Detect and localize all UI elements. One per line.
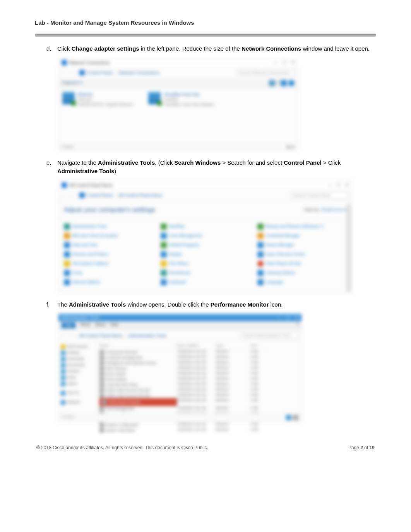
default-programs-item[interactable]: Default Programs [161, 241, 250, 249]
music-nav[interactable]: Music [61, 375, 94, 381]
organize-menu[interactable]: Organize ▾ [62, 80, 82, 86]
display-icon [161, 251, 167, 257]
breadcrumb-item[interactable]: Control Panel [87, 70, 113, 75]
autoplay-item[interactable]: AutoPlay [161, 223, 250, 230]
file-item[interactable]: iSCSI Initiator [99, 377, 177, 382]
help-icon[interactable] [288, 80, 295, 86]
breadcrumb-item[interactable]: Administrative Tools [128, 333, 166, 338]
window-title: Network Connections [69, 60, 110, 65]
minimize-icon[interactable]: — [328, 182, 332, 188]
device-manager-item[interactable]: Device Manager [257, 241, 346, 249]
pictures-nav[interactable]: Pictures [61, 368, 94, 375]
col-date[interactable]: Date modified [177, 344, 216, 350]
file-item[interactable]: Defragment and Optimize Drives [99, 360, 177, 366]
back-icon[interactable]: ← [62, 333, 66, 338]
virtualbox-adapter[interactable]: VirtualBox Host-Only Enabled VirtualBox … [148, 92, 214, 107]
chevron-down-icon[interactable]: ▾ [277, 80, 279, 86]
documents-nav[interactable]: Documents [61, 362, 94, 368]
close-icon[interactable]: ✕ [345, 182, 349, 188]
maximize-icon[interactable]: ☐ [337, 182, 341, 188]
forward-icon[interactable]: → [68, 193, 72, 198]
search-input[interactable]: Search Network Connections [236, 70, 295, 76]
share-tab[interactable]: Share [95, 322, 106, 328]
indexing-item[interactable]: Indexing Options [257, 269, 346, 277]
large-icons-view-icon[interactable] [293, 415, 298, 420]
this-pc-nav[interactable]: This PC [61, 390, 94, 396]
up-icon[interactable]: ↑ [75, 70, 77, 75]
keyboard-item[interactable]: Keyboard [161, 278, 250, 286]
file-item[interactable]: ODBC Data Sources (64-bit) [99, 393, 177, 398]
preview-icon[interactable] [281, 80, 287, 86]
maximize-icon[interactable]: ☐ [283, 60, 286, 65]
file-item[interactable]: Local Security Policy [99, 382, 177, 387]
help-icon[interactable]: ? [296, 322, 298, 328]
col-name[interactable]: Name [99, 344, 177, 350]
datetime-item[interactable]: Date and Time [64, 241, 153, 249]
breadcrumb-item[interactable]: All Control Panel Items [119, 193, 162, 198]
view-tab[interactable]: View [110, 322, 119, 328]
breadcrumb-item[interactable]: Control Panel [87, 193, 113, 198]
file-item[interactable]: Component Services [99, 350, 177, 355]
ethernet-adapter[interactable]: Ethernet Network Intel(R) 82574L Gigabit… [62, 92, 133, 107]
forward-icon[interactable]: → [68, 333, 72, 338]
performance-monitor-item[interactable]: Performance Monitor [99, 398, 177, 406]
backup-item[interactable]: Backup and Restore (Windows 7) [257, 223, 346, 230]
devices-printers-item[interactable]: Devices and Printers [64, 251, 153, 258]
details-view-icon[interactable] [286, 415, 291, 420]
ease-access-item[interactable]: Ease of Access Center [257, 251, 346, 258]
file-name: iSCSI Initiator [106, 377, 127, 381]
display-item[interactable]: Display [161, 251, 250, 258]
quick-access[interactable]: Quick access [61, 344, 94, 350]
file-history-item[interactable]: File History [161, 260, 250, 268]
credential-item[interactable]: Credential Manager [257, 232, 346, 240]
internet-item[interactable]: Internet Options [64, 278, 153, 286]
file-explorer-item[interactable]: File Explorer Options [64, 260, 153, 268]
maximize-icon[interactable]: ☐ [286, 315, 290, 320]
home-tab[interactable]: Home [80, 322, 91, 328]
view-icon[interactable] [269, 80, 275, 86]
bitlocker-item[interactable]: BitLocker Drive Encryption [64, 232, 153, 240]
forward-icon[interactable]: → [68, 70, 72, 75]
breadcrumb-item[interactable]: Network Connections [119, 70, 159, 75]
color-item[interactable]: Color Management [161, 232, 250, 240]
search-icon [257, 270, 264, 276]
search-input[interactable]: Search Administrative Tools [240, 332, 298, 339]
homegroup-item[interactable]: HomeGroup [161, 269, 250, 277]
network-nav[interactable]: Network [61, 399, 94, 406]
back-icon[interactable]: ← [62, 193, 66, 198]
fonts-item[interactable]: Fonts [64, 269, 153, 277]
col-type[interactable]: Type [216, 344, 250, 350]
search-input[interactable]: Search Control Panel [291, 192, 349, 199]
file-item[interactable]: Computer Management [99, 355, 177, 360]
file-item[interactable]: System Configuration [99, 422, 177, 428]
minimize-icon[interactable]: — [277, 315, 282, 320]
file-date: 7/16/2016 4:42 AM [177, 366, 216, 371]
downloads-nav[interactable]: Downloads [61, 356, 94, 362]
view-value[interactable]: Small icons ▾ [321, 207, 346, 212]
admin-tools-item[interactable]: Administrative Tools [64, 223, 153, 230]
file-item[interactable]: Event Viewer [99, 371, 177, 377]
view-mode-icons[interactable]: ▦ ▤ [286, 145, 295, 149]
breadcrumb-item[interactable]: All Control Panel Items [79, 333, 123, 338]
view-selector[interactable]: View by: Small icons ▾ [304, 207, 346, 212]
flash-item[interactable]: Flash Player (32-bit) [257, 260, 346, 268]
scrollbar[interactable] [346, 204, 351, 292]
col-size[interactable]: Size [250, 344, 270, 350]
folder-icon [79, 70, 85, 75]
file-item[interactable]: System Information [99, 428, 177, 433]
back-icon[interactable]: ← [62, 70, 66, 75]
close-icon[interactable]: ✕ [291, 60, 295, 65]
minimize-icon[interactable]: — [274, 60, 278, 65]
close-icon[interactable]: ✕ [295, 315, 298, 320]
up-icon[interactable]: ↑ [75, 193, 77, 198]
language-item[interactable]: Language [257, 278, 346, 286]
file-size: 2 KB [250, 360, 270, 366]
file-item[interactable]: Print Management [99, 406, 177, 411]
step-e: e. Navigate to the Administrative Tools.… [46, 159, 376, 176]
desktop-nav[interactable]: Desktop [61, 350, 94, 356]
file-item[interactable]: Disk Cleanup [99, 366, 177, 371]
file-tab[interactable]: File [62, 322, 75, 328]
up-icon[interactable]: ↑ [75, 333, 77, 338]
videos-nav[interactable]: Videos [61, 381, 94, 387]
file-item[interactable]: ODBC Data Sources (32-bit) [99, 387, 177, 393]
